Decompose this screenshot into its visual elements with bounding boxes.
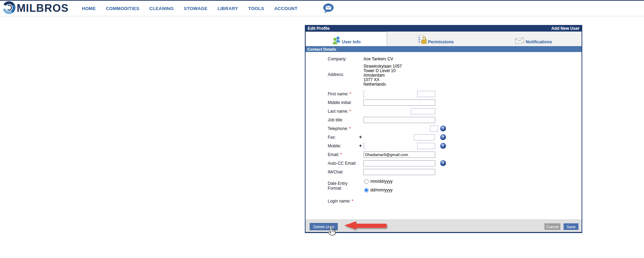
contact-details-section-header: Contact Details [306,46,582,52]
panel-title: Edit Profile [308,26,329,31]
checklist-lock-icon [418,35,427,45]
middle-initial-label: Middle initial: [328,100,352,105]
mobile-label: Mobile: [328,144,341,148]
add-new-user-button[interactable]: Add New User [551,26,579,31]
help-icon[interactable]: ? [440,160,446,166]
mobile-input-fragment: : [363,143,366,149]
nav-item-home[interactable]: HOME [82,6,96,11]
nav-item-cleaning[interactable]: CLEANING [149,6,174,11]
radio-mm-dd-yyyy-label[interactable]: mm/dd/yyyy [370,179,393,184]
telephone-input[interactable] [430,126,438,132]
fax-country-prefix: + [359,134,362,140]
radio-dd-mm-yyyy[interactable] [364,188,369,192]
help-icon[interactable]: ? [440,134,446,140]
nav-item-commodities[interactable]: COMMODITIES [106,6,139,11]
address-line: Netherlands [363,82,582,87]
red-arrow-head [344,221,356,230]
tab-notifications-label: Notifications [526,40,552,45]
edit-profile-panel: Edit Profile Add New User User Info [305,25,582,233]
company-value: Ace Tankers CV [363,57,393,61]
radio-dd-mm-yyyy-label[interactable]: dd/mm/yyyy [370,188,393,192]
red-arrow-tail [355,224,387,228]
date-format-label: Date Entry Format: [328,181,347,191]
last-name-label: Last name:* [328,109,351,114]
job-title-label: Job title: [328,118,343,122]
tab-user-info-label: User Info [342,40,361,45]
nav-item-account[interactable]: ACCOUNT [274,6,298,11]
save-button[interactable]: Save [564,223,578,230]
address-line: Strawinskylaan 1057 [363,64,582,69]
first-name-input[interactable] [417,91,435,97]
email-label: Email:* [328,152,342,157]
nav-item-library[interactable]: LIBRARY [217,6,238,11]
first-name-label: First name:* [328,92,351,96]
im-chat-input[interactable] [363,169,435,175]
middle-initial-input[interactable] [363,100,435,106]
radio-mm-dd-yyyy[interactable] [364,179,369,184]
tab-permissions[interactable]: Permissions [387,32,484,46]
cancel-button[interactable]: Cancel [544,223,560,230]
nav-menu: HOME COMMODITIES CLEANING STOWAGE LIBRAR… [82,6,298,11]
users-icon [332,36,341,45]
date-format-option-mmddyyyy: mm/dd/yyyy [364,179,393,184]
help-icon[interactable]: ? [440,126,446,131]
section-title: Contact Details [307,47,336,51]
contact-details-form: Company: Ace Tankers CV Address: Strawin… [306,52,582,220]
milbros-ring-logo-icon [2,1,16,16]
help-icon[interactable]: ? [440,143,446,149]
auto-cc-email-input[interactable] [363,160,435,166]
red-arrow-annotation [344,221,387,230]
auto-cc-email-label: Auto-CC Email: [328,161,357,166]
tab-notifications[interactable]: Notifications [484,32,582,46]
telephone-label: Telephone:* [328,126,351,131]
nav-item-stowage[interactable]: STOWAGE [184,6,207,11]
brand-logo[interactable]: MILBROS [2,1,69,16]
first-name-input-fragment [363,91,366,97]
chat-envelope-icon[interactable] [323,3,334,14]
mobile-country-prefix: + [359,143,362,148]
date-format-option-ddmmyyyy: dd/mm/yyyy [364,188,393,192]
tab-permissions-label: Permissions [428,40,454,45]
envelope-icon [514,36,525,45]
fax-label: Fax: [328,135,336,140]
last-name-input[interactable] [411,108,435,114]
tab-bar: User Info Permissions [306,32,582,46]
address-line: 1077 XX [363,78,582,82]
panel-header: Edit Profile Add New User [306,25,582,32]
job-title-input[interactable] [363,117,435,123]
im-chat-label: IM/Chat: [328,170,343,174]
hand-cursor-icon [327,225,336,238]
login-name-label: Login name:* [328,199,353,204]
brand-name: MILBROS [17,2,69,15]
company-label: Company: [328,57,347,61]
address-line: Amsterdam [363,73,582,78]
top-navigation: MILBROS HOME COMMODITIES CLEANING STOWAG… [0,0,644,16]
nav-item-tools[interactable]: TOOLS [248,6,264,11]
tab-user-info[interactable]: User Info [306,32,387,46]
address-label: Address: [328,72,344,77]
address-line: Tower D Level 10 [363,69,582,73]
address-value: Strawinskylaan 1057 Tower D Level 10 Ams… [363,64,582,87]
mobile-input[interactable] [417,143,435,149]
fax-input[interactable] [414,134,435,140]
email-input[interactable] [363,152,435,158]
